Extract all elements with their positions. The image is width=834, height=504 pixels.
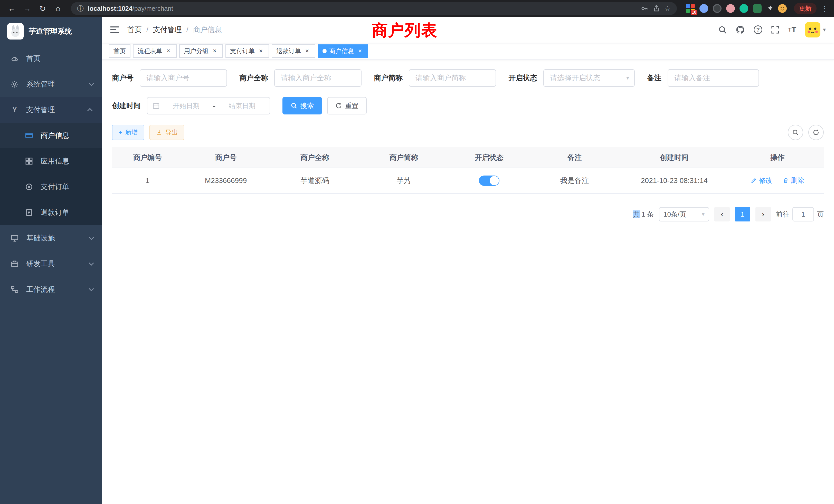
close-icon[interactable]: ×	[165, 47, 172, 55]
extension-icon-green-circle[interactable]	[740, 4, 748, 13]
close-icon[interactable]: ×	[304, 47, 311, 55]
short-name-input[interactable]	[409, 69, 496, 87]
sidebar-item-payment[interactable]: ¥ 支付管理	[0, 97, 102, 123]
browser-profile-avatar[interactable]	[778, 4, 787, 13]
toolbar-right-actions	[788, 125, 824, 140]
filter-row-2: 创建时间 开始日期 - 结束日期 搜索	[112, 97, 824, 114]
sidebar-item-home[interactable]: 首页	[0, 46, 102, 71]
reload-button[interactable]: ↻	[36, 4, 49, 13]
pagination: 共 1 条 10条/页 ▾ ‹ 1 › 前往 页	[112, 207, 824, 222]
user-avatar-menu[interactable]: ▾	[805, 22, 826, 38]
current-page-button[interactable]: 1	[735, 207, 750, 222]
sidebar-item-merchant-info[interactable]: 商户信息	[0, 123, 102, 148]
extensions-puzzle-icon[interactable]: 10	[686, 4, 695, 13]
tab-refund-order[interactable]: 退款订单×	[272, 44, 315, 58]
field-short-name: 商户简称	[374, 69, 496, 87]
goto-page-input[interactable]	[792, 207, 814, 222]
sidebar-item-workflow[interactable]: 工作流程	[0, 277, 102, 302]
password-key-icon[interactable]	[641, 5, 649, 12]
search-button[interactable]: 搜索	[282, 97, 322, 114]
tab-label: 首页	[113, 47, 126, 55]
cell-remark: 我是备注	[532, 168, 617, 193]
bookmark-star-icon[interactable]: ☆	[664, 4, 671, 13]
close-icon[interactable]: ×	[211, 47, 218, 55]
sidebar-item-label: 工作流程	[26, 284, 55, 294]
breadcrumb-payment[interactable]: 支付管理	[153, 25, 182, 35]
status-select[interactable]: 请选择开启状态 ▾	[543, 69, 635, 87]
payment-submenu: 商户信息 应用信息 支付订单	[0, 123, 102, 225]
field-full-name: 商户全称	[239, 69, 361, 87]
field-create-time: 创建时间 开始日期 - 结束日期	[112, 97, 270, 114]
cell-short-name: 芋艿	[361, 168, 446, 193]
home-button[interactable]: ⌂	[51, 4, 65, 13]
site-info-icon[interactable]: ⓘ	[77, 4, 84, 13]
add-button[interactable]: + 新增	[112, 125, 144, 140]
sidebar-item-app-info[interactable]: 应用信息	[0, 148, 102, 174]
top-navbar: 首页 / 支付管理 / 商户信息 ?	[102, 17, 834, 43]
refresh-button[interactable]	[808, 125, 824, 140]
field-label: 商户号	[112, 73, 133, 83]
fullscreen-icon[interactable]	[771, 26, 779, 34]
font-size-small-t: T	[788, 26, 791, 33]
breadcrumb: 首页 / 支付管理 / 商户信息	[127, 25, 222, 35]
help-icon[interactable]: ?	[754, 25, 762, 34]
sidebar-item-system[interactable]: 系统管理	[0, 71, 102, 97]
github-icon[interactable]	[736, 25, 745, 35]
search-icon[interactable]	[718, 25, 727, 34]
tab-process-form[interactable]: 流程表单×	[133, 44, 177, 58]
workflow-icon	[10, 285, 19, 294]
sidebar-logo[interactable]: 芋道管理系统	[0, 17, 102, 46]
sidebar-item-devtools[interactable]: 研发工具	[0, 251, 102, 277]
prev-page-button[interactable]: ‹	[714, 207, 730, 222]
tab-user-group[interactable]: 用户分组×	[179, 44, 223, 58]
update-button[interactable]: 更新	[794, 3, 816, 14]
chevron-down-icon: ▾	[702, 211, 705, 217]
extension-icon-dark[interactable]	[713, 4, 722, 13]
forward-button[interactable]: →	[21, 4, 34, 13]
toggle-search-button[interactable]	[788, 125, 803, 140]
extensions-cluster: 10	[686, 4, 787, 13]
font-size-icon[interactable]: TT	[788, 25, 796, 34]
field-label: 商户全称	[239, 73, 268, 83]
close-icon[interactable]: ×	[356, 47, 364, 55]
briefcase-icon	[10, 260, 19, 268]
pin-icon[interactable]	[766, 5, 773, 12]
next-page-button[interactable]: ›	[755, 207, 771, 222]
tab-merchant-info[interactable]: 商户信息×	[318, 44, 368, 58]
url-host: localhost:1024	[88, 5, 132, 12]
delete-link[interactable]: 删除	[783, 176, 804, 185]
add-button-label: 新增	[125, 128, 138, 137]
tab-home[interactable]: 首页	[109, 44, 130, 58]
search-button-label: 搜索	[301, 101, 314, 110]
end-date-placeholder: 结束日期	[220, 101, 264, 110]
extension-icon-blue[interactable]	[699, 4, 708, 13]
share-icon[interactable]	[653, 5, 660, 12]
page-size-select[interactable]: 10条/页 ▾	[659, 207, 709, 222]
reset-button[interactable]: 重置	[327, 97, 367, 114]
sidebar-item-infrastructure[interactable]: 基础设施	[0, 225, 102, 251]
field-label: 备注	[647, 73, 661, 83]
breadcrumb-home[interactable]: 首页	[127, 25, 142, 35]
sidebar-item-pay-order[interactable]: 支付订单	[0, 174, 102, 200]
address-bar[interactable]: ⓘ localhost:1024/pay/merchant ☆	[71, 2, 677, 15]
hamburger-icon[interactable]	[110, 26, 119, 34]
export-button-label: 导出	[166, 128, 178, 137]
export-button[interactable]: 导出	[150, 125, 184, 140]
sidebar-item-label: 基础设施	[26, 233, 55, 243]
browser-menu-icon[interactable]: ⋮	[821, 4, 829, 13]
edit-link[interactable]: 修改	[751, 176, 772, 185]
close-icon[interactable]: ×	[257, 47, 264, 55]
extension-icon-green-square[interactable]	[753, 4, 762, 13]
tab-label: 商户信息	[329, 47, 354, 55]
extension-icon-pink[interactable]	[726, 4, 735, 13]
merchant-no-input[interactable]	[140, 69, 227, 87]
create-time-range-picker[interactable]: 开始日期 - 结束日期	[147, 97, 270, 114]
remark-input[interactable]	[667, 69, 759, 87]
status-toggle[interactable]	[479, 176, 500, 186]
sidebar-item-refund-order[interactable]: 退款订单	[0, 200, 102, 225]
tab-pay-order[interactable]: 支付订单×	[225, 44, 269, 58]
bank-card-icon	[25, 131, 34, 140]
table-row: 1 M233666999 芋道源码 芋艿 我是备注 2021-10-23 08:…	[112, 168, 824, 193]
back-button[interactable]: ←	[5, 4, 19, 13]
full-name-input[interactable]	[274, 69, 361, 87]
